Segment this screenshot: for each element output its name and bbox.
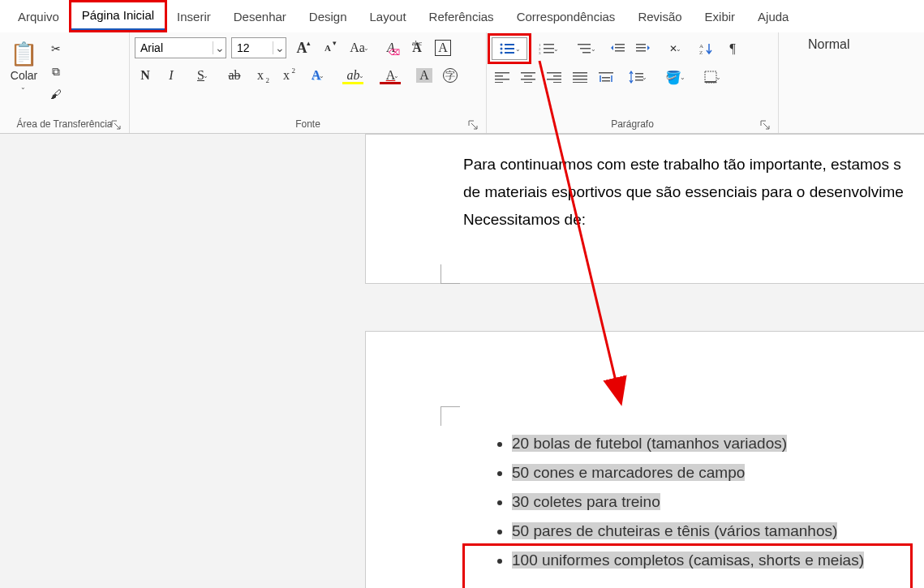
align-center-button[interactable]: [518, 67, 539, 88]
document-area[interactable]: Para continuarmos com este trabalho tão …: [0, 134, 924, 588]
tab-desenhar[interactable]: Desenhar: [222, 3, 298, 30]
cut-button[interactable]: ✂: [48, 41, 64, 57]
page-1-bottom: Para continuarmos com este trabalho tão …: [365, 134, 924, 284]
character-border-button[interactable]: A: [432, 37, 453, 58]
dialog-launcher-icon[interactable]: [468, 120, 478, 130]
format-painter-button[interactable]: 🖌: [48, 86, 64, 102]
grow-font-button[interactable]: A▴: [291, 37, 312, 58]
decrease-indent-button[interactable]: [607, 38, 628, 59]
svg-rect-13: [580, 48, 591, 49]
font-name-combo[interactable]: ⌄: [135, 37, 226, 58]
tab-layout[interactable]: Layout: [359, 3, 418, 30]
italic-button[interactable]: I: [161, 65, 182, 86]
font-size-input[interactable]: [232, 41, 273, 54]
distributed-button[interactable]: [595, 67, 617, 88]
superscript-button[interactable]: x2: [276, 65, 297, 86]
borders-button[interactable]: ⌄: [696, 67, 728, 88]
tab-revisao[interactable]: Revisão: [626, 3, 693, 30]
highlight-button[interactable]: ab⌄: [339, 65, 372, 86]
numbering-button[interactable]: 123 ⌄: [532, 38, 565, 59]
svg-rect-12: [578, 44, 591, 45]
group-styles: Normal: [779, 32, 924, 133]
svg-rect-32: [553, 75, 561, 77]
dialog-launcher-icon[interactable]: [760, 120, 770, 130]
phonetic-guide-button[interactable]: abcA: [406, 37, 428, 58]
svg-text:A: A: [699, 43, 703, 49]
tab-inserir[interactable]: Inserir: [165, 3, 222, 30]
subscript-button[interactable]: x2: [250, 65, 271, 86]
paste-label: Colar: [11, 69, 37, 82]
underline-button[interactable]: S⌄: [187, 65, 219, 86]
chevron-down-icon[interactable]: ⌄: [273, 41, 286, 54]
svg-rect-14: [582, 52, 591, 54]
svg-rect-39: [599, 72, 613, 74]
style-normal[interactable]: Normal: [808, 37, 850, 52]
chevron-down-icon: ⌄: [515, 45, 521, 53]
list-item[interactable]: 100 uniformes completos (camisas, shorts…: [512, 546, 900, 575]
tab-correspondencias[interactable]: Correspondências: [505, 3, 627, 30]
align-right-button[interactable]: [544, 67, 565, 88]
tab-pagina-inicial[interactable]: Página Inicial: [71, 2, 165, 31]
font-size-combo[interactable]: ⌄: [231, 37, 286, 58]
clear-formatting-button[interactable]: A⌫: [380, 37, 402, 58]
svg-rect-33: [547, 79, 561, 80]
paragraph-text[interactable]: Para continuarmos com este trabalho tão …: [366, 151, 924, 234]
group-font: ⌄ ⌄ A▴ A▾ Aa⌄ A⌫ abcA A N I S⌄ ab x2 x2: [130, 32, 487, 133]
show-paragraph-marks-button[interactable]: ¶: [722, 38, 743, 59]
multilevel-list-button[interactable]: ⌄: [569, 38, 602, 59]
svg-rect-40: [602, 77, 610, 79]
list-item[interactable]: 50 cones e marcadores de campo: [512, 458, 900, 487]
shading-button[interactable]: 🪣⌄: [659, 67, 691, 88]
tab-exibir[interactable]: Exibir: [694, 3, 747, 30]
justify-button[interactable]: [569, 67, 591, 88]
svg-rect-45: [705, 71, 716, 83]
svg-rect-41: [602, 80, 610, 82]
scissors-icon: ✂: [51, 42, 61, 55]
svg-point-0: [500, 44, 502, 46]
align-left-button[interactable]: [492, 67, 513, 88]
svg-rect-20: [636, 50, 646, 52]
font-name-input[interactable]: [135, 41, 213, 54]
bold-button[interactable]: N: [135, 65, 156, 86]
change-case-button[interactable]: Aa⌄: [343, 37, 376, 58]
asian-layout-button[interactable]: ✕⌄: [659, 38, 691, 59]
sort-button[interactable]: AZ: [696, 38, 717, 59]
increase-indent-button[interactable]: [633, 38, 654, 59]
chevron-down-icon[interactable]: ⌄: [213, 41, 226, 54]
line-spacing-button[interactable]: ⌄: [621, 67, 654, 88]
bullets-button[interactable]: ⌄: [492, 37, 527, 60]
svg-rect-38: [573, 82, 587, 83]
bulleted-list[interactable]: 20 bolas de futebol (tamanhos variados) …: [463, 429, 900, 575]
svg-point-4: [500, 52, 502, 54]
tab-design[interactable]: Design: [298, 3, 359, 30]
list-item[interactable]: 30 coletes para treino: [512, 487, 900, 517]
svg-text:3: 3: [539, 51, 541, 55]
svg-rect-25: [495, 79, 509, 80]
svg-rect-3: [505, 48, 514, 49]
svg-rect-36: [573, 75, 587, 77]
copy-button[interactable]: ⧉: [48, 63, 64, 79]
svg-rect-19: [636, 47, 646, 49]
font-color-button[interactable]: A⌄: [376, 65, 409, 86]
group-label-clipboard: Área de Transferência: [5, 117, 124, 131]
copy-icon: ⧉: [52, 65, 60, 79]
dialog-launcher-icon[interactable]: [111, 120, 121, 130]
shrink-font-button[interactable]: A▾: [317, 37, 338, 58]
list-item[interactable]: 50 pares de chuteiras e tênis (vários ta…: [512, 517, 900, 546]
svg-rect-16: [615, 47, 625, 49]
enclose-characters-button[interactable]: 字: [440, 65, 461, 86]
character-shading-button[interactable]: A: [414, 65, 435, 86]
tab-ajuda[interactable]: Ajuda: [746, 3, 800, 30]
svg-rect-27: [521, 72, 535, 74]
paste-button[interactable]: 📋 Colar ⌄: [5, 37, 43, 94]
svg-rect-29: [521, 79, 535, 80]
list-item[interactable]: 20 bolas de futebol (tamanhos variados): [512, 429, 900, 458]
strikethrough-button[interactable]: ab: [224, 65, 245, 86]
tab-referencias[interactable]: Referências: [418, 3, 505, 30]
svg-rect-18: [636, 44, 646, 45]
tab-arquivo[interactable]: Arquivo: [6, 3, 71, 30]
page-2-top: 20 bolas de futebol (tamanhos variados) …: [365, 331, 924, 588]
group-paragraph: ⌄ 123 ⌄ ⌄ ✕⌄ AZ: [487, 32, 779, 133]
svg-text:Z: Z: [699, 49, 703, 55]
text-effects-button[interactable]: A⌄: [302, 65, 334, 86]
